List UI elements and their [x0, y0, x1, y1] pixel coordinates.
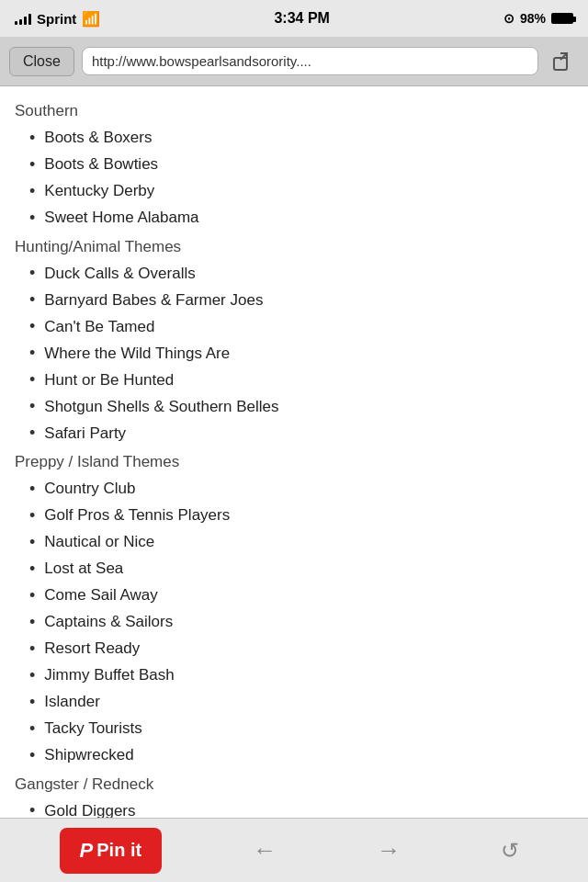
battery-icon	[551, 13, 573, 24]
list-item: Islander	[15, 689, 573, 716]
carrier-label: Sprint	[37, 11, 76, 27]
list-item-text: Safari Party	[44, 422, 126, 446]
bottom-nav: P Pin it ← → ↺	[0, 818, 588, 882]
section-header-2: Preppy / Island Themes	[15, 450, 573, 474]
list-item: Boots & Boxers	[15, 125, 573, 152]
status-bar: Sprint 📶 3:34 PM ⊙ 98%	[0, 0, 588, 37]
list-item: Hunt or Be Hunted	[15, 367, 573, 393]
list-item: Shotgun Shells & Southern Belles	[15, 393, 573, 420]
list-item: Kentucky Derby	[15, 178, 573, 205]
section-list-1: Duck Calls & OverallsBarnyard Babes & Fa…	[15, 260, 573, 447]
list-item: Jimmy Buffet Bash	[15, 662, 573, 689]
list-item: Shipwrecked	[15, 742, 573, 769]
list-item-text: Lost at Sea	[44, 557, 123, 581]
list-item: Lost at Sea	[15, 556, 573, 582]
section-list-2: Country ClubGolf Pros & Tennis PlayersNa…	[15, 476, 573, 769]
pinterest-icon: P	[80, 839, 94, 863]
list-item-text: Gold Diggers	[44, 799, 135, 818]
list-item-text: Boots & Boxers	[44, 126, 152, 150]
list-item-text: Hunt or Be Hunted	[44, 368, 174, 392]
list-item-text: Where the Wild Things Are	[44, 342, 230, 366]
list-item-text: Resort Ready	[44, 637, 140, 661]
back-button[interactable]: ←	[243, 827, 286, 874]
clock-icon: ⊙	[503, 11, 514, 26]
list-item: Can't Be Tamed	[15, 313, 573, 340]
clock: 3:34 PM	[274, 10, 329, 27]
section-header-0: Southern	[15, 99, 573, 123]
list-item: Captains & Sailors	[15, 609, 573, 636]
list-item: Tacky Tourists	[15, 716, 573, 742]
status-right: ⊙ 98%	[503, 11, 573, 26]
list-item-text: Barnyard Babes & Farmer Joes	[44, 288, 263, 312]
list-item-text: Come Sail Away	[44, 583, 157, 607]
section-list-3: Gold DiggersRags to Riches	[15, 797, 573, 818]
section-header-1: Hunting/Animal Themes	[15, 235, 573, 259]
wifi-icon: 📶	[82, 10, 100, 28]
pin-it-label: Pin it	[96, 840, 141, 861]
list-item: Come Sail Away	[15, 582, 573, 609]
list-item-text: Country Club	[44, 477, 135, 501]
list-item-text: Can't Be Tamed	[44, 315, 154, 339]
list-item-text: Duck Calls & Overalls	[44, 262, 195, 286]
list-item-text: Sweet Home Alabama	[44, 206, 198, 230]
forward-button[interactable]: →	[368, 827, 410, 874]
list-item-text: Shipwrecked	[44, 743, 133, 767]
list-item-text: Tacky Tourists	[44, 717, 141, 741]
list-item: Golf Pros & Tennis Players	[15, 503, 573, 529]
section-list-0: Boots & BoxersBoots & BowtiesKentucky De…	[15, 125, 573, 232]
list-item-text: Kentucky Derby	[44, 179, 154, 203]
list-item: Country Club	[15, 476, 573, 503]
battery-percent: 98%	[520, 11, 546, 26]
share-icon	[551, 51, 573, 73]
list-item-text: Nautical or Nice	[44, 530, 154, 554]
close-button[interactable]: Close	[9, 47, 74, 76]
pin-it-button[interactable]: P Pin it	[60, 828, 163, 874]
share-button[interactable]	[546, 45, 579, 78]
list-item: Gold Diggers	[15, 797, 573, 818]
list-item: Nautical or Nice	[15, 529, 573, 556]
list-item: Where the Wild Things Are	[15, 340, 573, 367]
browser-bar: Close http://www.bowspearlsandsorority..…	[0, 37, 588, 86]
status-left: Sprint 📶	[15, 10, 100, 28]
list-item: Safari Party	[15, 420, 573, 447]
list-item: Barnyard Babes & Farmer Joes	[15, 287, 573, 313]
list-item: Duck Calls & Overalls	[15, 260, 573, 287]
url-bar[interactable]: http://www.bowspearlsandsorority....	[82, 47, 538, 75]
list-item-text: Captains & Sailors	[44, 610, 173, 634]
list-item-text: Shotgun Shells & Southern Belles	[44, 395, 278, 419]
list-item-text: Jimmy Buffet Bash	[44, 663, 174, 687]
list-item: Resort Ready	[15, 636, 573, 662]
signal-icon	[15, 12, 31, 25]
list-item-text: Islander	[44, 690, 99, 714]
section-header-3: Gangster / Redneck	[15, 773, 573, 797]
list-item: Boots & Bowties	[15, 152, 573, 178]
list-item: Sweet Home Alabama	[15, 205, 573, 232]
reload-button[interactable]: ↺	[492, 829, 528, 873]
list-item-text: Boots & Bowties	[44, 153, 158, 176]
content-area: SouthernBoots & BoxersBoots & BowtiesKen…	[0, 86, 588, 818]
list-item-text: Golf Pros & Tennis Players	[44, 503, 230, 527]
